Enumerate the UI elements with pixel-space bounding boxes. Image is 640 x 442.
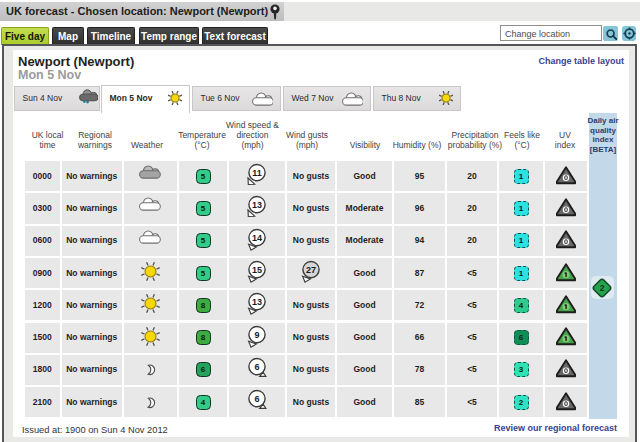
svg-text:11: 11 [252,168,262,178]
svg-text:27: 27 [306,265,316,275]
svg-text:13: 13 [252,297,262,307]
svg-text:6: 6 [254,362,259,372]
svg-text:15: 15 [252,265,262,275]
svg-text:13: 13 [252,200,262,210]
svg-text:14: 14 [252,233,262,243]
svg-text:6: 6 [254,394,259,404]
svg-text:2: 2 [600,283,605,293]
svg-text:9: 9 [254,329,259,339]
